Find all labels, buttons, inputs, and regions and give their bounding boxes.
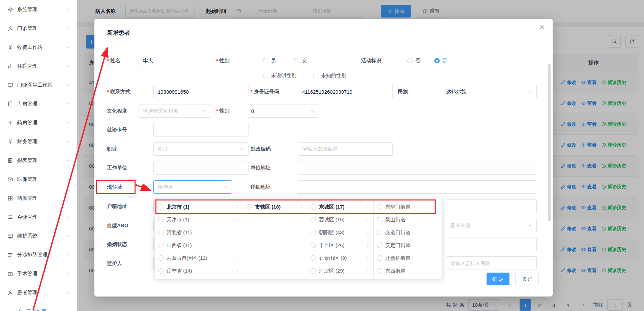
- detail-address-label: 详细地址: [251, 180, 271, 194]
- radio-icon: [311, 204, 316, 210]
- monitor-icon: [7, 82, 13, 88]
- sidebar-item[interactable]: 系统管理: [0, 0, 77, 19]
- current-address-cascader[interactable]: 请选择: [153, 180, 232, 194]
- cascader-option[interactable]: 东华门街道: [374, 200, 443, 213]
- sidebar-item[interactable]: 分诊排队管理: [0, 245, 77, 264]
- cascader-option[interactable]: 朝阳区 (43): [307, 226, 373, 239]
- marital-status-label: 婚姻状态: [107, 238, 127, 251]
- guardian-phone-input[interactable]: 请输入监护人电话: [446, 256, 537, 270]
- chevron-down-icon: [66, 45, 70, 50]
- gender-radio-unexplained[interactable]: 未说明性别: [263, 69, 296, 82]
- radio-icon: [311, 243, 316, 248]
- gender-radio-female[interactable]: 女: [294, 54, 307, 67]
- cascader-option[interactable]: 北京市 (1): [155, 200, 243, 213]
- yen-icon: [7, 139, 13, 145]
- cascader-option[interactable]: 北新桥街道: [374, 252, 443, 265]
- marital-extra-input[interactable]: [446, 238, 537, 251]
- confirm-button[interactable]: 确 定: [487, 273, 509, 285]
- sidebar-item-label: 门诊管理: [17, 25, 62, 32]
- sidebar-item[interactable]: 医保管理: [0, 170, 77, 189]
- radio-icon: [313, 73, 318, 78]
- document-icon: [7, 101, 13, 107]
- ethnicity-select[interactable]: 达斡尔族: [442, 85, 537, 98]
- cascader-option[interactable]: 河北省 (11): [155, 226, 243, 239]
- gender-radio-unknown[interactable]: 未知的性别: [313, 69, 346, 82]
- household-extra-input[interactable]: [446, 199, 537, 213]
- cascader-option[interactable]: 市辖区 (16): [243, 200, 307, 213]
- sidebar-item-label: 药房管理: [17, 120, 62, 126]
- cascader-option[interactable]: 交道口街道: [374, 226, 443, 239]
- detail-address-input[interactable]: [298, 180, 537, 194]
- cascader-option[interactable]: 山西省 (11): [155, 239, 243, 252]
- cascader-option[interactable]: 石景山区 (9): [307, 252, 373, 265]
- sidebar-item[interactable]: 库房管理: [0, 94, 77, 113]
- active-radio-yes[interactable]: 是: [434, 54, 447, 67]
- cascader-column: 北京市 (1)天津市 (1)河北省 (11)山西省 (11)内蒙古自治区 (12…: [155, 198, 243, 279]
- patient-icon: [7, 290, 13, 296]
- chevron-right-icon: [365, 218, 370, 222]
- sidebar-item-label: 医保管理: [17, 176, 62, 183]
- active-radio-no[interactable]: 否: [407, 54, 420, 67]
- name-input[interactable]: 牢大: [139, 54, 211, 67]
- cascader-option[interactable]: 西城区 (15): [307, 213, 373, 226]
- chevron-right-icon: [365, 243, 370, 248]
- radio-icon: [377, 268, 382, 274]
- chevron-down-icon: [66, 64, 70, 68]
- chevron-down-icon: [66, 102, 70, 106]
- sidebar-item-patient-list[interactable]: 患者列表: [0, 302, 77, 311]
- radio-icon: [311, 255, 316, 261]
- chevron-down-icon: [66, 121, 70, 125]
- sidebar-item[interactable]: 手术管理: [0, 264, 77, 283]
- modal-scrollbar[interactable]: [548, 64, 551, 221]
- cascader-option[interactable]: 东城区 (17): [307, 200, 373, 213]
- contact-input[interactable]: 19880991650: [153, 85, 248, 98]
- education-select[interactable]: 请选择文化程度: [139, 104, 211, 118]
- work-unit-input[interactable]: [153, 161, 248, 175]
- chevron-right-icon: [365, 269, 370, 273]
- user-icon: [7, 26, 13, 31]
- id-number-label: *身份证号码: [251, 85, 279, 98]
- cascader-option[interactable]: 丰台区 (26): [307, 239, 373, 252]
- postal-code-label: 邮政编码: [251, 142, 271, 156]
- chevron-right-icon: [235, 243, 239, 248]
- unit-address-input[interactable]: [298, 161, 537, 175]
- cascader-option[interactable]: 景山街道: [374, 213, 443, 226]
- sidebar-item[interactable]: 住院管理: [0, 57, 77, 75]
- ethnicity-label: 民族: [398, 85, 408, 98]
- sidebar-item[interactable]: 维护系统: [0, 226, 77, 245]
- id-number-input[interactable]: 411625192602039719: [298, 85, 393, 98]
- patient-source-select[interactable]: 患者来源: [446, 219, 537, 232]
- sidebar-item[interactable]: 药房管理: [0, 113, 77, 132]
- yen-icon: [7, 44, 13, 50]
- gender2-label: *性别: [216, 104, 230, 118]
- cascader-option[interactable]: 天津市 (1): [155, 213, 243, 226]
- chevron-down-icon: [66, 177, 70, 182]
- sidebar-item[interactable]: 患者管理: [0, 283, 77, 302]
- cascader-option[interactable]: 东四街道: [374, 265, 443, 277]
- gender-label: *性别: [216, 54, 230, 67]
- postal-code-input[interactable]: 请输入邮政编码: [298, 142, 393, 156]
- sidebar-item[interactable]: 门诊医生工作站: [0, 75, 77, 94]
- active-flag-label: 活动标识: [361, 54, 381, 67]
- occupation-select[interactable]: 职业: [153, 142, 248, 156]
- mail-icon: [7, 177, 13, 182]
- sidebar-item[interactable]: 财务管理: [0, 132, 77, 151]
- close-icon[interactable]: ×: [539, 23, 545, 32]
- gender2-select[interactable]: 0: [247, 104, 319, 118]
- sidebar-item[interactable]: 会诊管理: [0, 208, 77, 226]
- cascader-option[interactable]: 内蒙古自治区 (12): [155, 252, 243, 265]
- cascader-option[interactable]: 辽宁省 (14): [155, 265, 243, 277]
- sidebar-item-label: 收费工作站: [17, 44, 62, 51]
- sidebar-item[interactable]: 药库管理: [0, 189, 77, 208]
- cascader-option[interactable]: 安定门街道: [374, 239, 443, 252]
- sidebar-item-label: 分诊排队管理: [17, 252, 62, 258]
- sidebar-item[interactable]: 报表管理: [0, 151, 77, 170]
- sidebar-item[interactable]: 门诊管理: [0, 19, 77, 38]
- sidebar-item-label: 住院管理: [17, 63, 62, 69]
- cascader-option[interactable]: 海淀区 (29): [307, 265, 373, 277]
- cancel-button[interactable]: 取 消: [515, 273, 539, 285]
- gender-radio-male[interactable]: 男: [263, 54, 276, 67]
- visit-card-input[interactable]: [153, 123, 248, 136]
- sidebar-item[interactable]: 收费工作站: [0, 38, 77, 57]
- sidebar-item-label: 门诊医生工作站: [17, 82, 62, 88]
